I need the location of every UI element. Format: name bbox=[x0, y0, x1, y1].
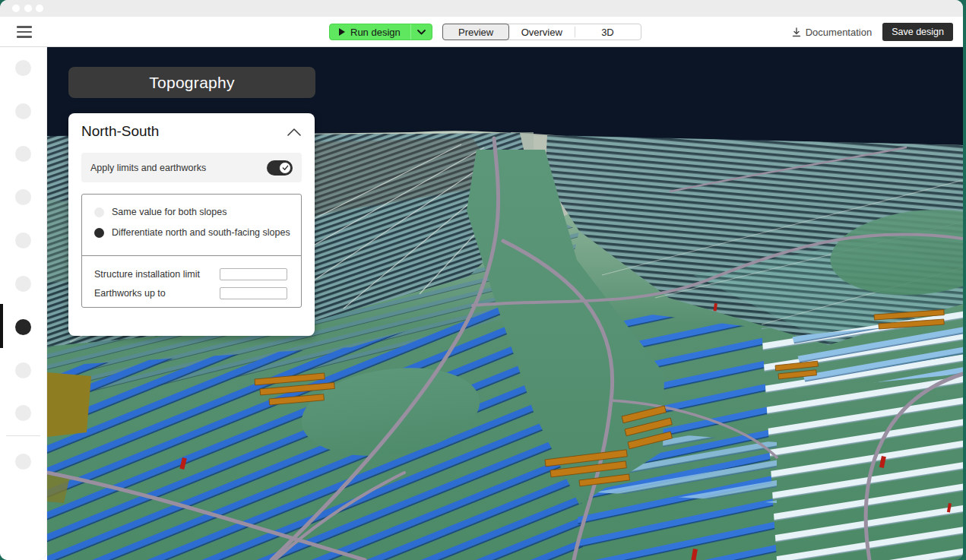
section-title: North-South bbox=[81, 123, 159, 140]
radio-selected-icon[interactable] bbox=[94, 228, 104, 238]
play-icon bbox=[339, 28, 345, 36]
traffic-light-close-icon[interactable] bbox=[12, 5, 20, 12]
titlebar bbox=[0, 0, 963, 17]
save-design-label: Save design bbox=[892, 27, 944, 37]
tab-3d-label: 3D bbox=[601, 27, 614, 38]
sidebar-divider bbox=[6, 435, 40, 436]
tab-overview[interactable]: Overview bbox=[508, 24, 575, 40]
apply-limits-toggle[interactable] bbox=[267, 160, 293, 176]
tab-preview-label: Preview bbox=[458, 27, 493, 38]
run-design-label: Run design bbox=[350, 27, 401, 38]
documentation-link[interactable]: Documentation bbox=[792, 27, 872, 38]
run-design-button[interactable]: Run design bbox=[329, 24, 432, 40]
run-options-chevron[interactable] bbox=[411, 24, 432, 40]
tab-preview[interactable]: Preview bbox=[442, 24, 510, 40]
radio-same-value-label: Same value for both slopes bbox=[112, 207, 226, 217]
tab-3d[interactable]: 3D bbox=[575, 24, 641, 40]
structure-limit-row: Structure installation limit bbox=[94, 267, 287, 280]
sidebar-tool-10[interactable] bbox=[15, 454, 31, 470]
toggle-knob bbox=[279, 162, 291, 174]
app-window: Run design Preview Overview 3D bbox=[0, 0, 963, 560]
traffic-light-maximize-icon[interactable] bbox=[36, 5, 43, 12]
sidebar-tool-6[interactable] bbox=[15, 276, 31, 292]
check-icon bbox=[282, 165, 289, 171]
sidebar-tool-8[interactable] bbox=[15, 362, 31, 378]
structure-limit-input[interactable] bbox=[220, 268, 287, 280]
group-divider bbox=[81, 255, 302, 256]
radio-differentiate-label: Differentiate north and south-facing slo… bbox=[112, 227, 290, 238]
earthworks-input[interactable] bbox=[220, 287, 287, 299]
download-icon bbox=[792, 27, 801, 37]
sidebar-tool-topography[interactable] bbox=[15, 319, 31, 335]
north-south-card: North-South Apply limits and earthworks … bbox=[68, 113, 315, 336]
hamburger-menu-icon[interactable] bbox=[17, 26, 32, 38]
earthworks-row: Earthworks up to bbox=[94, 286, 287, 299]
collapse-section-button[interactable] bbox=[287, 126, 302, 137]
toolbar: Run design Preview Overview 3D bbox=[0, 17, 963, 47]
save-design-button[interactable]: Save design bbox=[882, 23, 953, 41]
slope-settings-group: Same value for both slopes Differentiate… bbox=[81, 194, 302, 308]
radio-unselected-icon[interactable] bbox=[94, 207, 104, 217]
tool-sidebar bbox=[0, 47, 47, 560]
sidebar-tool-2[interactable] bbox=[15, 103, 31, 119]
sidebar-tool-1[interactable] bbox=[15, 60, 31, 76]
active-tool-indicator bbox=[0, 304, 3, 348]
structure-limit-label: Structure installation limit bbox=[94, 269, 200, 280]
topography-title: Topography bbox=[149, 74, 235, 92]
apply-limits-row: Apply limits and earthworks bbox=[81, 153, 302, 182]
sidebar-tool-4[interactable] bbox=[15, 189, 31, 205]
documentation-label: Documentation bbox=[806, 27, 872, 38]
topography-panel-header: Topography bbox=[68, 67, 315, 98]
sidebar-tool-3[interactable] bbox=[15, 146, 31, 162]
chevron-up-icon bbox=[287, 127, 302, 137]
tab-overview-label: Overview bbox=[521, 27, 562, 38]
apply-limits-label: Apply limits and earthworks bbox=[90, 163, 206, 173]
chevron-down-icon bbox=[417, 30, 426, 35]
traffic-light-minimize-icon[interactable] bbox=[24, 5, 32, 12]
earthworks-label: Earthworks up to bbox=[94, 288, 166, 299]
sidebar-tool-5[interactable] bbox=[15, 233, 31, 248]
radio-same-value[interactable]: Same value for both slopes bbox=[94, 205, 293, 219]
radio-differentiate[interactable]: Differentiate north and south-facing slo… bbox=[94, 226, 293, 239]
view-mode-tabs: Preview Overview 3D bbox=[442, 24, 641, 40]
sidebar-tool-9[interactable] bbox=[15, 405, 31, 421]
